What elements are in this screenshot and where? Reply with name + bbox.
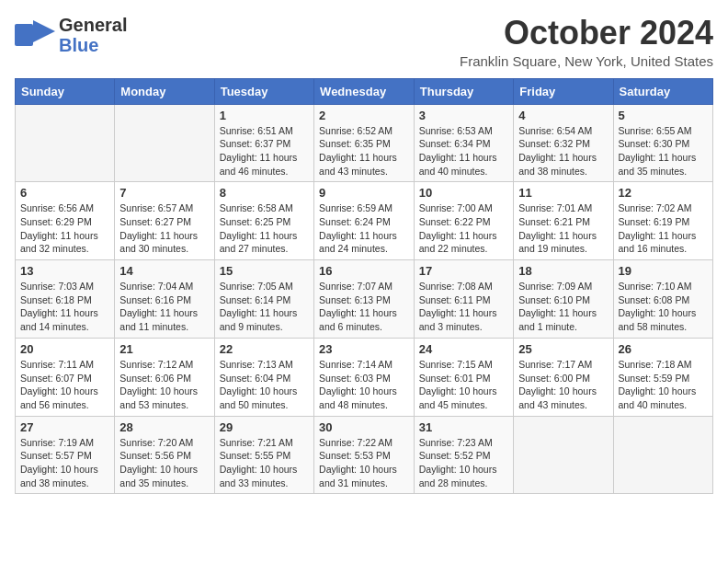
day-number: 6 (20, 186, 109, 200)
logo: General Blue (15, 15, 127, 55)
calendar-cell: 30Sunrise: 7:22 AM Sunset: 5:53 PM Dayli… (314, 416, 415, 494)
day-info: Sunrise: 6:58 AM Sunset: 6:25 PM Dayligh… (220, 201, 309, 256)
calendar-cell: 29Sunrise: 7:21 AM Sunset: 5:55 PM Dayli… (214, 416, 313, 494)
day-number: 18 (518, 264, 608, 278)
day-info: Sunrise: 7:09 AM Sunset: 6:10 PM Dayligh… (518, 280, 608, 334)
day-number: 5 (619, 109, 709, 122)
day-info: Sunrise: 7:18 AM Sunset: 5:59 PM Dayligh… (619, 358, 709, 412)
weekday-header: Thursday (414, 78, 513, 104)
day-number: 26 (619, 342, 709, 356)
calendar-cell: 24Sunrise: 7:15 AM Sunset: 6:01 PM Dayli… (414, 338, 513, 416)
day-info: Sunrise: 7:21 AM Sunset: 5:55 PM Dayligh… (220, 436, 309, 490)
day-info: Sunrise: 7:03 AM Sunset: 6:18 PM Dayligh… (20, 280, 109, 334)
day-info: Sunrise: 7:10 AM Sunset: 6:08 PM Dayligh… (619, 280, 709, 334)
day-number: 8 (220, 186, 309, 200)
page-header: General Blue October 2024 Franklin Squar… (15, 15, 713, 69)
calendar-cell: 2Sunrise: 6:52 AM Sunset: 6:35 PM Daylig… (314, 104, 415, 182)
day-info: Sunrise: 6:52 AM Sunset: 6:35 PM Dayligh… (319, 124, 409, 178)
day-number: 14 (119, 264, 209, 278)
day-number: 20 (20, 342, 109, 356)
day-info: Sunrise: 7:11 AM Sunset: 6:07 PM Dayligh… (20, 358, 109, 412)
weekday-header-row: SundayMondayTuesdayWednesdayThursdayFrid… (16, 78, 713, 104)
day-number: 23 (319, 342, 409, 356)
calendar-cell: 28Sunrise: 7:20 AM Sunset: 5:56 PM Dayli… (115, 416, 214, 494)
calendar-week-row: 27Sunrise: 7:19 AM Sunset: 5:57 PM Dayli… (16, 416, 713, 494)
day-info: Sunrise: 6:51 AM Sunset: 6:37 PM Dayligh… (220, 124, 309, 178)
day-info: Sunrise: 6:54 AM Sunset: 6:32 PM Dayligh… (518, 124, 608, 178)
day-number: 17 (419, 264, 508, 278)
day-number: 16 (319, 264, 409, 278)
day-info: Sunrise: 6:59 AM Sunset: 6:24 PM Dayligh… (319, 201, 409, 256)
calendar-cell: 16Sunrise: 7:07 AM Sunset: 6:13 PM Dayli… (314, 260, 415, 339)
day-number: 15 (220, 264, 309, 278)
day-number: 30 (319, 420, 409, 434)
calendar-week-row: 6Sunrise: 6:56 AM Sunset: 6:29 PM Daylig… (16, 182, 713, 260)
calendar-cell: 7Sunrise: 6:57 AM Sunset: 6:27 PM Daylig… (115, 182, 214, 260)
day-info: Sunrise: 7:14 AM Sunset: 6:03 PM Dayligh… (319, 358, 409, 412)
day-number: 22 (220, 342, 309, 356)
day-number: 13 (20, 264, 109, 278)
logo-icon (15, 17, 55, 53)
day-number: 1 (220, 109, 309, 122)
weekday-header: Wednesday (314, 78, 415, 104)
svg-marker-1 (33, 20, 55, 42)
day-info: Sunrise: 7:08 AM Sunset: 6:11 PM Dayligh… (419, 280, 508, 334)
month-title: October 2024 (460, 15, 713, 52)
day-info: Sunrise: 7:00 AM Sunset: 6:22 PM Dayligh… (419, 201, 508, 256)
day-info: Sunrise: 7:20 AM Sunset: 5:56 PM Dayligh… (119, 436, 209, 490)
day-info: Sunrise: 7:02 AM Sunset: 6:19 PM Dayligh… (619, 201, 709, 256)
calendar-week-row: 1Sunrise: 6:51 AM Sunset: 6:37 PM Daylig… (16, 104, 713, 182)
day-info: Sunrise: 6:57 AM Sunset: 6:27 PM Dayligh… (119, 201, 209, 256)
calendar-cell (115, 104, 214, 182)
day-info: Sunrise: 7:01 AM Sunset: 6:21 PM Dayligh… (518, 201, 608, 256)
day-info: Sunrise: 7:07 AM Sunset: 6:13 PM Dayligh… (319, 280, 409, 334)
calendar-table: SundayMondayTuesdayWednesdayThursdayFrid… (15, 78, 713, 495)
calendar-cell: 21Sunrise: 7:12 AM Sunset: 6:06 PM Dayli… (115, 338, 214, 416)
calendar-week-row: 20Sunrise: 7:11 AM Sunset: 6:07 PM Dayli… (16, 338, 713, 416)
calendar-cell: 6Sunrise: 6:56 AM Sunset: 6:29 PM Daylig… (16, 182, 115, 260)
day-info: Sunrise: 6:53 AM Sunset: 6:34 PM Dayligh… (419, 124, 508, 178)
calendar-cell: 22Sunrise: 7:13 AM Sunset: 6:04 PM Dayli… (214, 338, 313, 416)
day-number: 11 (518, 186, 608, 200)
day-number: 29 (220, 420, 309, 434)
calendar-cell: 13Sunrise: 7:03 AM Sunset: 6:18 PM Dayli… (16, 260, 115, 339)
day-number: 19 (619, 264, 709, 278)
day-info: Sunrise: 7:12 AM Sunset: 6:06 PM Dayligh… (119, 358, 209, 412)
calendar-cell (16, 104, 115, 182)
day-info: Sunrise: 7:04 AM Sunset: 6:16 PM Dayligh… (119, 280, 209, 334)
logo-blue: Blue (59, 35, 127, 55)
calendar-cell: 10Sunrise: 7:00 AM Sunset: 6:22 PM Dayli… (414, 182, 513, 260)
day-number: 31 (419, 420, 508, 434)
weekday-header: Friday (514, 78, 613, 104)
day-number: 10 (419, 186, 508, 200)
calendar-cell: 26Sunrise: 7:18 AM Sunset: 5:59 PM Dayli… (613, 338, 713, 416)
calendar-cell: 3Sunrise: 6:53 AM Sunset: 6:34 PM Daylig… (414, 104, 513, 182)
calendar-cell: 18Sunrise: 7:09 AM Sunset: 6:10 PM Dayli… (514, 260, 613, 339)
day-number: 25 (518, 342, 608, 356)
day-number: 24 (419, 342, 508, 356)
calendar-cell (613, 416, 713, 494)
calendar-cell: 8Sunrise: 6:58 AM Sunset: 6:25 PM Daylig… (214, 182, 313, 260)
day-number: 27 (20, 420, 109, 434)
calendar-cell: 1Sunrise: 6:51 AM Sunset: 6:37 PM Daylig… (214, 104, 313, 182)
calendar-cell: 9Sunrise: 6:59 AM Sunset: 6:24 PM Daylig… (314, 182, 415, 260)
calendar-cell: 4Sunrise: 6:54 AM Sunset: 6:32 PM Daylig… (514, 104, 613, 182)
day-number: 21 (119, 342, 209, 356)
day-info: Sunrise: 7:19 AM Sunset: 5:57 PM Dayligh… (20, 436, 109, 490)
day-number: 12 (619, 186, 709, 200)
location-text: Franklin Square, New York, United States (460, 53, 713, 69)
day-number: 7 (119, 186, 209, 200)
day-info: Sunrise: 6:55 AM Sunset: 6:30 PM Dayligh… (619, 124, 709, 178)
calendar-week-row: 13Sunrise: 7:03 AM Sunset: 6:18 PM Dayli… (16, 260, 713, 339)
weekday-header: Monday (115, 78, 214, 104)
day-number: 3 (419, 109, 508, 122)
day-info: Sunrise: 7:23 AM Sunset: 5:52 PM Dayligh… (419, 436, 508, 490)
day-number: 2 (319, 109, 409, 122)
day-info: Sunrise: 7:05 AM Sunset: 6:14 PM Dayligh… (220, 280, 309, 334)
calendar-cell: 14Sunrise: 7:04 AM Sunset: 6:16 PM Dayli… (115, 260, 214, 339)
day-number: 9 (319, 186, 409, 200)
calendar-cell: 5Sunrise: 6:55 AM Sunset: 6:30 PM Daylig… (613, 104, 713, 182)
calendar-cell: 20Sunrise: 7:11 AM Sunset: 6:07 PM Dayli… (16, 338, 115, 416)
calendar-cell: 17Sunrise: 7:08 AM Sunset: 6:11 PM Dayli… (414, 260, 513, 339)
calendar-cell: 27Sunrise: 7:19 AM Sunset: 5:57 PM Dayli… (16, 416, 115, 494)
